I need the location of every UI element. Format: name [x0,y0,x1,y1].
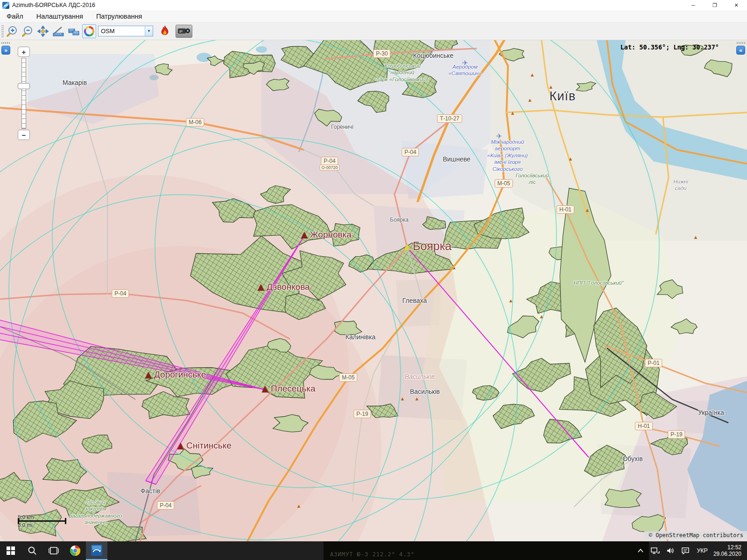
station-label: Плесецька [271,384,315,394]
menu-patrol[interactable]: Патрулювання [90,11,148,21]
coords-readout: Lat: 50.356°; Lng: 30.237° [620,43,719,51]
station-marker-red-icon[interactable]: ▲ [255,280,267,294]
title-bar: Azimuth-БОЯРСЬКА ЛДС-2016 [0,0,747,10]
azimuth-taskbar-icon[interactable] [86,541,107,560]
taskbar: АЗИМУТ Ю-З 212.2° 4.3° [0,541,747,560]
maximize-button[interactable]: ❐ [704,0,726,10]
station-label: Дзвонкова [267,282,310,292]
pan-button[interactable] [36,24,50,38]
chevron-down-icon[interactable]: ▼ [145,26,153,36]
taskbar-clock[interactable]: 12:52 29.06.2020 [713,544,741,557]
clock-time: 12:52 [713,544,741,551]
language-indicator[interactable]: УКР [697,547,708,554]
start-button[interactable] [0,541,21,560]
action-center-icon[interactable] [681,547,690,554]
close-button[interactable]: ✕ [726,0,747,10]
system-tray: УКР 12:52 29.06.2020 [634,541,745,560]
left-panel-grip[interactable] [1,42,10,44]
ruler-icon [68,25,80,37]
map-attribution: © OpenStreetMap contributors [644,531,747,539]
window-title: Azimuth-БОЯРСЬКА ЛДС-2016 [12,2,95,8]
zoom-out-icon [21,25,34,37]
chrome-icon [70,545,81,556]
svg-text:IP: IP [179,29,183,33]
fire-icon [159,25,170,37]
task-view-icon [49,546,59,555]
angle-measure-button[interactable] [51,24,65,38]
station-marker-yellow-icon[interactable]: ▲ [402,240,413,253]
clock-date: 29.06.2020 [713,551,741,557]
menu-settings[interactable]: Налаштування [30,11,90,21]
station-marker-red-icon[interactable]: ▲ [260,382,271,395]
zoom-out-button[interactable] [21,24,35,38]
zoom-slider-track[interactable] [21,58,26,129]
station-label: Дорогинське [154,370,206,380]
station-label: Снітинське [186,441,232,451]
layers-ring-icon [84,26,95,37]
right-panel-grip[interactable] [737,42,745,44]
station-marker-red-icon[interactable]: ▲ [143,368,154,381]
ip-camera-icon: IP [177,26,191,36]
station-label: Боярка [413,239,451,253]
zoom-slider-handle[interactable] [18,83,30,89]
zoom-in-icon [6,25,18,37]
station-marker-red-icon[interactable]: ▲ [175,439,186,452]
taskbar-search-button[interactable] [21,541,43,560]
layer-ring-toggle[interactable] [82,24,96,38]
expand-left-panel-button[interactable]: » [1,46,10,55]
camera-preview-strip[interactable]: АЗИМУТ Ю-З 212.2° 4.3° [324,541,649,560]
azimuth-app-icon [91,544,103,556]
camera-osd-text: АЗИМУТ Ю-З 212.2° 4.3° [330,551,415,558]
network-icon[interactable] [650,547,660,554]
fire-button[interactable] [158,24,172,38]
zoom-in-button[interactable] [5,24,19,38]
app-icon [2,2,9,9]
map-viewport[interactable]: МакарівГореничіКоцюбинськеКиївВишневеБоя… [0,40,747,541]
menu-bar: Файл Налаштування Патрулювання [0,10,747,22]
layer-select-value: OSM [99,28,145,35]
minimize-button[interactable]: ─ [683,0,704,10]
stations-layer: ▲Жорновка▲Дзвонкова▲Дорогинське▲Плесецьк… [0,40,747,541]
menu-file[interactable]: Файл [0,11,30,21]
toolbar: OSM ▼ IP [0,22,747,40]
search-icon [28,546,37,555]
toolbar-grip [1,25,4,37]
windows-logo-icon [7,546,15,555]
pan-icon [37,25,49,37]
task-view-button[interactable] [43,541,64,560]
layer-select[interactable]: OSM ▼ [98,26,153,36]
zoom-in-map-button[interactable]: + [18,47,30,57]
ip-camera-button[interactable]: IP [176,25,192,38]
chrome-taskbar-icon[interactable] [64,541,86,560]
zoom-out-map-button[interactable]: − [18,130,30,140]
volume-icon[interactable] [666,547,675,554]
ruler-button[interactable] [67,24,81,38]
tray-chevron-icon[interactable] [637,548,644,553]
station-label: Жорновка [310,230,352,240]
expand-right-panel-button[interactable]: « [736,46,745,55]
station-marker-red-icon[interactable]: ▲ [299,228,310,241]
application-window: Azimuth-БОЯРСЬКА ЛДС-2016 ─ ❐ ✕ Файл Нал… [0,0,747,560]
angle-measure-icon [52,25,64,37]
